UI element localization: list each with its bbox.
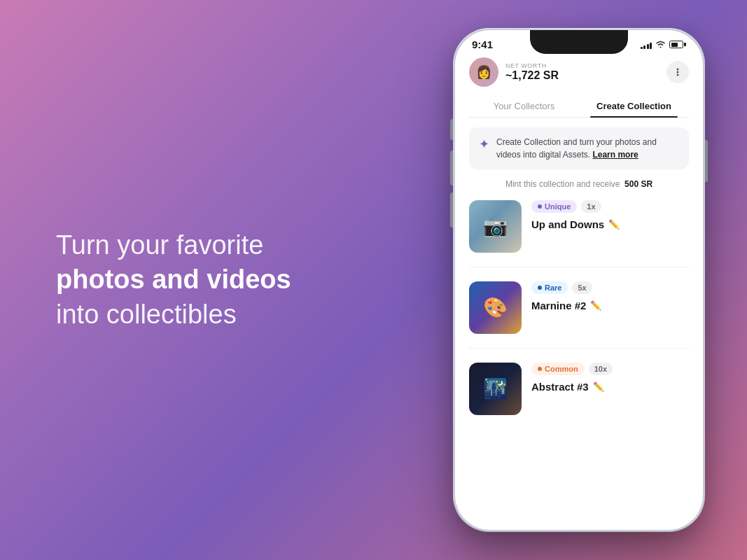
power-button [705, 140, 708, 182]
item-badges-2: Rare 5x [531, 281, 689, 294]
item-details-1: Unique 1x Up and Downs ✏️ [531, 200, 689, 230]
net-worth-label: NET WORTH [505, 62, 559, 69]
more-icon [672, 66, 683, 78]
item-badges-1: Unique 1x [531, 200, 689, 213]
badge-dot [538, 286, 542, 290]
avatar[interactable]: 👩 [469, 57, 498, 87]
badge-rare: Rare [531, 281, 568, 294]
svg-point-0 [677, 69, 679, 71]
phone-screen: 9:41 [455, 30, 703, 530]
item-thumbnail-2: 🎨 [469, 281, 522, 334]
plus-icon: ✦ [479, 136, 489, 152]
item-name-1: Up and Downs ✏️ [531, 218, 689, 230]
profile-header: 👩 NET WORTH ~1,722 SR [469, 50, 689, 95]
edit-icon-2[interactable]: ✏️ [590, 300, 601, 311]
item-thumbnail-3: 🌃 [469, 363, 522, 415]
collection-item-3[interactable]: 🌃 Common 10x Abstract #3 ✏️ [469, 363, 689, 429]
mint-label: Mint this collection and receive 500 SR [469, 179, 689, 189]
badge-count-1: 1x [581, 200, 601, 213]
status-time: 9:41 [472, 38, 493, 50]
profile-info: NET WORTH ~1,722 SR [505, 62, 559, 82]
phone-frame: 9:41 [453, 28, 705, 532]
tab-create-collection[interactable]: Create Collection [579, 95, 689, 117]
net-worth-value: ~1,722 SR [505, 69, 559, 82]
battery-icon [669, 41, 686, 48]
headline-bold: photos and videos [56, 265, 291, 294]
headline-line3: into collectibles [56, 300, 237, 329]
status-icons [641, 41, 687, 49]
badge-unique: Unique [531, 200, 577, 213]
phone-notch [530, 30, 628, 54]
badge-dot [538, 204, 542, 209]
edit-icon[interactable]: ✏️ [608, 219, 620, 230]
wifi-icon [655, 41, 666, 48]
item-name-3: Abstract #3 ✏️ [531, 381, 689, 393]
tabs: Your Collectors Create Collection [469, 95, 689, 118]
badge-count-2: 5x [572, 281, 592, 294]
svg-point-2 [677, 74, 679, 76]
headline-line1: Turn your favorite [56, 230, 263, 260]
signal-icon [641, 41, 652, 49]
item-name-2: Marnine #2 ✏️ [531, 300, 689, 312]
tab-your-collectors[interactable]: Your Collectors [469, 95, 579, 117]
learn-more-link[interactable]: Learn more [592, 150, 638, 160]
info-banner: ✦ Create Collection and turn your photos… [469, 127, 689, 169]
badge-common: Common [531, 363, 585, 375]
item-thumbnail-1: 📷 [469, 200, 522, 253]
badge-count-3: 10x [589, 363, 613, 375]
edit-icon-3[interactable]: ✏️ [593, 382, 604, 392]
info-text: Create Collection and turn your photos a… [496, 136, 679, 161]
item-details-3: Common 10x Abstract #3 ✏️ [531, 363, 689, 393]
profile-menu-button[interactable] [666, 61, 689, 83]
item-badges-3: Common 10x [531, 363, 689, 375]
collection-item-2[interactable]: 🎨 Rare 5x Marnine #2 ✏️ [469, 281, 689, 349]
item-details-2: Rare 5x Marnine #2 ✏️ [531, 281, 689, 312]
phone-mockup: 9:41 [453, 28, 705, 532]
svg-point-1 [677, 71, 679, 74]
app-content: 👩 NET WORTH ~1,722 SR [455, 50, 703, 429]
headline: Turn your favorite photos and videos int… [56, 228, 322, 332]
collection-item-1[interactable]: 📷 Unique 1x Up and Downs ✏️ [469, 200, 689, 267]
badge-dot [538, 367, 542, 371]
profile-left: 👩 NET WORTH ~1,722 SR [469, 57, 559, 87]
left-section: Turn your favorite photos and videos int… [56, 228, 322, 332]
